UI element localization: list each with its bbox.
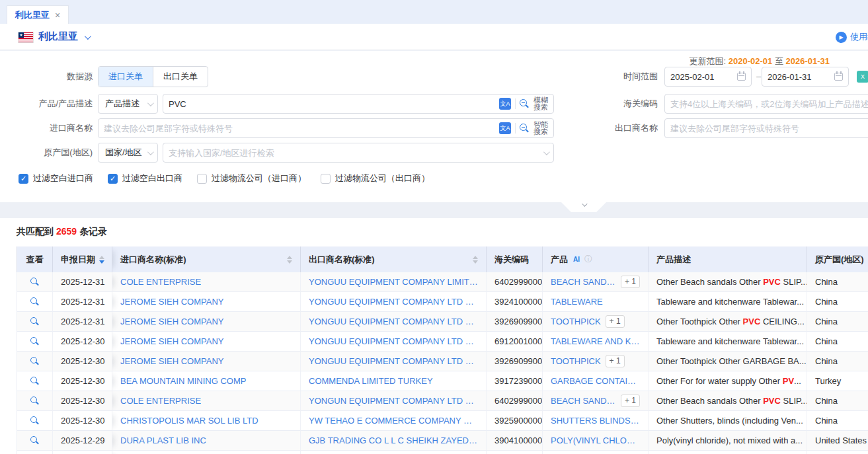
exporter-link[interactable]: YONGUU EQUIPMENT COMPANY LIMITED ...	[309, 277, 478, 287]
origin-country-field[interactable]	[169, 148, 539, 158]
product-tag-link[interactable]: SHUTTERS BLINDS VE...	[551, 416, 640, 426]
plus-count-badge[interactable]: + 1	[621, 276, 640, 288]
importer-link[interactable]: COLE ENTERPRISE	[120, 277, 201, 287]
origin-country: China	[807, 352, 868, 371]
sort-icons[interactable]	[99, 256, 104, 264]
view-record-icon[interactable]	[30, 317, 39, 326]
sort-icons[interactable]	[287, 256, 292, 264]
tab-liberia[interactable]: 利比里亚 ×	[7, 5, 69, 24]
product-tag-link[interactable]: BEACH SANDAL	[551, 396, 616, 406]
ai-badge: AI	[571, 255, 582, 264]
product-tag-link[interactable]: TABLEWARE	[551, 297, 603, 307]
exporter-field[interactable]	[670, 124, 868, 133]
exporter-link[interactable]: YONGUU EQUIPMENT COMPANY LTD CHIN...	[309, 317, 478, 326]
match-count: 2659	[54, 226, 79, 237]
plus-count-badge[interactable]: + 1	[606, 315, 625, 328]
translate-icon[interactable]: 文A	[499, 122, 511, 134]
view-record-icon[interactable]	[30, 278, 39, 286]
product-query[interactable]	[169, 99, 495, 109]
product-tag-link[interactable]: GARBAGE CONTAINER	[551, 376, 640, 386]
product-tag-link[interactable]: TABLEWARE AND KITC...	[551, 336, 640, 346]
col-view: 查看	[17, 246, 53, 272]
origin-type-select[interactable]: 国家/地区	[98, 143, 158, 163]
info-icon[interactable]: ⓘ	[584, 254, 592, 265]
translate-icon[interactable]: 文A	[499, 98, 511, 110]
exporter-link[interactable]: YONGUU EQUIPMENT COMPANY LTD CHIN...	[309, 356, 478, 366]
product-tag-link[interactable]: TOOTHPICK	[551, 317, 601, 326]
panel-gap	[0, 202, 868, 218]
plus-count-badge[interactable]: + 1	[606, 355, 625, 367]
product-tag-link[interactable]: BEACH SANDAL	[551, 277, 616, 287]
exporter-name-label: 出口商名称	[569, 122, 658, 134]
view-record-icon[interactable]	[30, 377, 39, 385]
product-field-select[interactable]: 产品描述	[98, 94, 158, 114]
hs-code-field[interactable]	[670, 99, 868, 109]
view-record-icon[interactable]	[30, 297, 39, 306]
view-record-icon[interactable]	[30, 416, 39, 425]
exporter-link[interactable]: YW TEHAO E COMMERCE COMPANY CHINA	[309, 416, 478, 426]
collapse-filters-button[interactable]	[561, 202, 606, 212]
declaration-date: 2025-12-31	[53, 292, 112, 312]
smart-search-icon[interactable]	[520, 124, 530, 133]
excel-export-icon[interactable]: X	[857, 71, 868, 83]
help-tutorial-link[interactable]: ▶ 使用教程	[836, 31, 868, 43]
hs-code-input[interactable]	[664, 94, 868, 114]
view-record-icon[interactable]	[30, 397, 39, 405]
importer-link[interactable]: JEROME SIEH COMPANY	[120, 297, 224, 307]
view-record-icon[interactable]	[30, 436, 39, 445]
date-to-input[interactable]	[762, 67, 849, 87]
chevron-down-icon[interactable]	[85, 33, 91, 40]
date-from-input[interactable]	[664, 67, 752, 87]
origin-country: China	[807, 292, 868, 312]
hs-code: 3926909900	[487, 312, 543, 332]
checkbox-filter-blank-exporter[interactable]: ✓ 过滤空白出口商	[108, 172, 182, 184]
checkbox-filter-logistics-importer[interactable]: ✓ 过滤物流公司（进口商）	[197, 172, 306, 184]
origin-country-input[interactable]	[163, 143, 554, 163]
col-importer[interactable]: 进口商名称(标准)	[112, 246, 301, 272]
col-declaration-date[interactable]: 申报日期	[53, 246, 112, 272]
product-search-input[interactable]: 文A 模糊搜索	[163, 94, 554, 114]
importer-link[interactable]: COLE ENTERPRISE	[120, 396, 201, 406]
tab-import-declarations[interactable]: 进口关单	[99, 67, 153, 87]
product-description: Tableware and kitchenware Tablewar...	[649, 292, 807, 312]
plus-count-badge[interactable]: + 1	[621, 395, 640, 407]
update-range: 更新范围: 2020-02-01 至 2026-01-31	[690, 56, 830, 67]
calendar-icon[interactable]	[737, 73, 746, 81]
checkbox-filter-blank-importer[interactable]: ✓ 过滤空白进口商	[19, 172, 93, 184]
importer-link[interactable]: JEROME SIEH COMPANY	[120, 356, 224, 366]
exporter-link[interactable]: YONGUN EQUIPMENT COMPANY LTD CHI...	[309, 396, 478, 406]
close-icon[interactable]: ×	[55, 11, 60, 20]
fuzzy-search-icon[interactable]	[520, 99, 530, 109]
exporter-search-input[interactable]	[664, 118, 868, 138]
product-description: Other Shutters, blinds (including Ven...	[649, 411, 807, 431]
product-description: Other Beach sandals Other PVC SLIP...	[649, 391, 807, 411]
importer-link[interactable]: DURA PLAST LIB INC	[120, 435, 206, 445]
importer-link[interactable]: JEROME SIEH COMPANY	[120, 336, 224, 346]
checkbox-filter-logistics-exporter[interactable]: ✓ 过滤物流公司（出口商）	[321, 172, 430, 184]
table-header-row: 查看 申报日期 进口商名称(标准) 出口商名称(标准) 海关编码 产品 AI ⓘ…	[17, 246, 868, 272]
date-to-value[interactable]	[768, 72, 830, 82]
product-tag-link[interactable]: POLY(VINYL CHLORIDE)	[551, 435, 640, 445]
exporter-link[interactable]: COMMENDA LIMITED TURKEY	[309, 376, 433, 386]
date-from-value[interactable]	[670, 72, 733, 82]
exporter-link[interactable]: YONGUU EQUIPMENT COMPANY LTD CHIN...	[309, 297, 478, 307]
importer-search-input[interactable]: 文A 智能搜索	[98, 118, 554, 138]
col-exporter[interactable]: 出口商名称(标准)	[301, 246, 487, 272]
product-tag-link[interactable]: TOOTHPICK	[551, 356, 601, 366]
importer-link[interactable]: BEA MOUNTAIN MINING COMP	[120, 376, 246, 386]
chevron-down-icon[interactable]	[543, 149, 550, 155]
view-record-icon[interactable]	[30, 357, 39, 365]
data-source-segmented: 进口关单 出口关单	[98, 66, 208, 87]
importer-link[interactable]: CHRISTOPOLIS MAR SOL LIB LTD	[120, 416, 258, 426]
exporter-link[interactable]: YONGUU EQUIPMENT COMPANY LTD CHIN...	[309, 336, 478, 346]
view-record-icon[interactable]	[30, 337, 39, 346]
importer-field[interactable]	[104, 124, 495, 133]
smart-search-button[interactable]: 智能搜索	[533, 121, 548, 135]
importer-link[interactable]: JEROME SIEH COMPANY	[120, 317, 224, 326]
tab-export-declarations[interactable]: 出口关单	[153, 67, 208, 87]
fuzzy-search-button[interactable]: 模糊搜索	[533, 96, 548, 111]
sort-icons[interactable]	[473, 256, 478, 264]
update-range-to: 2026-01-31	[786, 56, 830, 66]
calendar-icon[interactable]	[834, 73, 843, 81]
exporter-link[interactable]: GJB TRADING CO L L C SHEIKH ZAYED ROA...	[309, 435, 478, 445]
